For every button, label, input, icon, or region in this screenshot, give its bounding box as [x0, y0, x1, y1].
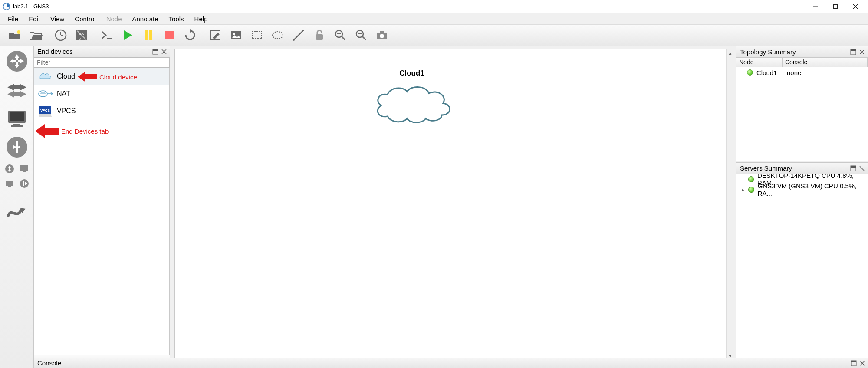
canvas-area: Cloud1 ▲ ▼ ◄ ► — [170, 46, 736, 368]
svg-rect-21 — [252, 32, 262, 39]
dock-button[interactable] — [151, 48, 159, 56]
svg-rect-46 — [23, 171, 26, 172]
start-all-button[interactable] — [117, 26, 138, 45]
add-note-button[interactable] — [205, 26, 226, 45]
svg-line-68 — [860, 166, 864, 171]
reload-all-button[interactable] — [180, 26, 201, 45]
col-node[interactable]: Node — [736, 58, 783, 67]
expand-icon[interactable]: ▸ — [741, 187, 745, 193]
device-filter-input[interactable] — [34, 57, 170, 68]
menu-view[interactable]: View — [45, 14, 69, 23]
close-panel-button[interactable] — [160, 48, 168, 56]
server-row[interactable]: ▸ GNS3 VM (GNS3 VM) CPU 0.5%, RA... — [736, 184, 868, 195]
menu-help[interactable]: Help — [189, 14, 213, 23]
canvas-node-label: Cloud1 — [399, 69, 424, 78]
device-label: VPCS — [57, 107, 76, 115]
lock-button[interactable] — [309, 26, 330, 45]
dock-button[interactable] — [850, 359, 858, 367]
dock-button[interactable] — [849, 48, 857, 56]
show-names-button[interactable]: acb — [71, 26, 92, 45]
snapshot-button[interactable] — [50, 26, 71, 45]
minimize-button[interactable] — [806, 0, 825, 13]
menu-annotate[interactable]: Annotate — [127, 14, 164, 23]
menu-control[interactable]: Control — [69, 14, 101, 23]
topology-row[interactable]: Cloud1 none — [736, 67, 868, 78]
maximize-button[interactable] — [825, 0, 845, 13]
close-panel-button[interactable] — [858, 164, 866, 172]
canvas-cloud-node[interactable] — [370, 79, 457, 129]
main-toolbar: acb — [0, 24, 868, 46]
title-bar: lab2.1 - GNS3 — [0, 0, 868, 13]
svg-rect-26 — [316, 34, 323, 40]
console-panel-header: Console — [34, 358, 868, 368]
svg-rect-67 — [851, 166, 856, 168]
svg-rect-15 — [145, 30, 148, 40]
console-all-button[interactable] — [96, 26, 117, 45]
svg-point-22 — [273, 32, 283, 39]
browse-right-icon[interactable] — [19, 178, 30, 189]
device-item-vpcs[interactable]: VPCS VPCS — [34, 102, 169, 120]
right-sidebar: Topology Summary Node Console Cloud1 non… — [736, 46, 868, 368]
menu-bar: F/*noop*/ile Edit View Control Node Anno… — [0, 13, 868, 24]
insert-image-button[interactable] — [226, 26, 247, 45]
end-devices-tab[interactable] — [4, 106, 30, 131]
topology-summary-pane: Topology Summary Node Console Cloud1 non… — [736, 46, 868, 161]
canvas-scroll-vertical[interactable]: ▲ ▼ — [726, 49, 734, 360]
draw-line-button[interactable] — [288, 26, 309, 45]
svg-rect-41 — [11, 125, 23, 127]
menu-file[interactable]: F/*noop*/ile — [3, 14, 23, 23]
svg-rect-35 — [380, 31, 384, 33]
device-list: Cloud NAT VPCS VPCS Cloud device — [34, 68, 170, 355]
main-area: End devices Cloud NAT VPCS — [0, 46, 868, 368]
svg-rect-40 — [13, 124, 20, 125]
screenshot-button[interactable] — [372, 26, 392, 45]
all-devices-tab-2[interactable] — [19, 163, 30, 174]
devices-panel: End devices Cloud NAT VPCS — [34, 46, 170, 368]
svg-rect-52 — [153, 49, 158, 51]
switches-tab[interactable] — [4, 77, 30, 102]
device-label: NAT — [57, 90, 70, 98]
close-button[interactable] — [845, 0, 865, 13]
new-project-button[interactable] — [4, 26, 25, 45]
svg-rect-47 — [6, 181, 13, 186]
close-panel-button[interactable] — [858, 359, 866, 367]
topology-title: Topology Summary — [740, 48, 796, 56]
menu-edit[interactable]: Edit — [23, 14, 45, 23]
security-devices-tab[interactable] — [4, 135, 30, 160]
console-title: Console — [37, 359, 61, 367]
devices-panel-header: End devices — [34, 46, 170, 57]
svg-rect-48 — [8, 186, 11, 187]
add-link-tab[interactable] — [4, 199, 30, 224]
menu-tools[interactable]: Tools — [164, 14, 189, 23]
topology-node-name: Cloud1 — [756, 69, 783, 76]
zoom-out-button[interactable] — [351, 26, 372, 45]
svg-rect-2 — [834, 4, 838, 8]
vpcs-icon: VPCS — [38, 106, 53, 116]
svg-line-28 — [342, 36, 345, 40]
device-rail — [0, 46, 34, 368]
close-panel-button[interactable] — [858, 48, 866, 56]
draw-rect-button[interactable] — [247, 26, 267, 45]
svg-point-25 — [302, 30, 304, 31]
all-devices-tab[interactable] — [4, 163, 15, 174]
browse-left-icon[interactable] — [4, 178, 15, 189]
routers-tab[interactable] — [4, 49, 30, 74]
svg-rect-45 — [20, 165, 28, 171]
pause-all-button[interactable] — [138, 26, 159, 45]
status-led-icon — [748, 176, 754, 182]
svg-point-20 — [233, 33, 235, 35]
device-item-nat[interactable]: NAT — [34, 85, 169, 102]
stop-all-button[interactable] — [159, 26, 180, 45]
topology-canvas[interactable]: Cloud1 ▲ ▼ — [174, 49, 734, 360]
draw-ellipse-button[interactable] — [267, 26, 288, 45]
annotation-end-devices-tab: End Devices tab — [35, 123, 108, 139]
menu-node: Node — [101, 14, 127, 23]
zoom-in-button[interactable] — [330, 26, 351, 45]
dock-button[interactable] — [849, 164, 857, 172]
device-item-cloud[interactable]: Cloud — [34, 68, 169, 85]
servers-title: Servers Summary — [740, 164, 792, 172]
app-icon — [3, 3, 10, 10]
scroll-up-icon[interactable]: ▲ — [727, 49, 734, 57]
open-project-button[interactable] — [25, 26, 46, 45]
col-console[interactable]: Console — [783, 58, 868, 67]
